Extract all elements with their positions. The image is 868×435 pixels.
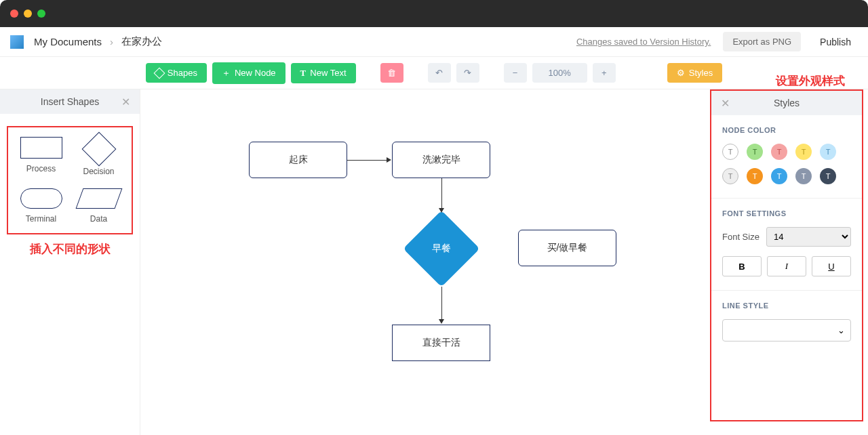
color-swatch[interactable]: T <box>795 144 812 160</box>
shape-decision[interactable]: Decision <box>70 137 127 176</box>
toolbar: Shapes ＋New Node TNew Text 🗑 ↶ ↷ − 100% … <box>0 57 868 89</box>
arrow-icon <box>387 157 391 163</box>
insert-shapes-panel: Insert Shapes ✕ Process Decision Termina… <box>0 89 140 435</box>
left-panel-header: Insert Shapes ✕ <box>0 89 140 114</box>
section-heading: FONT SETTINGS <box>722 209 851 218</box>
new-node-button[interactable]: ＋New Node <box>212 62 285 84</box>
close-icon[interactable]: ✕ <box>721 97 730 110</box>
shape-data[interactable]: Data <box>70 188 127 224</box>
section-heading: NODE COLOR <box>722 126 851 134</box>
underline-button[interactable]: U <box>812 256 851 276</box>
close-dot[interactable] <box>10 9 18 18</box>
max-dot[interactable] <box>37 9 45 18</box>
node-breakfast[interactable]: 早餐 <box>403 210 479 287</box>
color-swatches: TTTTTTTTTT <box>722 144 851 184</box>
breadcrumb-root[interactable]: My Documents <box>34 36 102 47</box>
line-style-select[interactable]: ⌄ <box>722 319 851 341</box>
plus-icon: ＋ <box>222 67 231 79</box>
diamond-icon <box>153 67 165 79</box>
chevron-right-icon: › <box>110 36 113 47</box>
node-make[interactable]: 买/做早餐 <box>518 230 616 266</box>
close-icon[interactable]: ✕ <box>121 96 130 108</box>
node-wash[interactable]: 洗漱完毕 <box>392 142 490 178</box>
color-swatch[interactable]: T <box>795 168 812 184</box>
export-png-button[interactable]: Export as PNG <box>723 32 801 51</box>
node-wake[interactable]: 起床 <box>249 142 347 178</box>
canvas[interactable]: 起床 洗漱完毕 早餐 买/做早餐 直接干活 <box>140 89 709 435</box>
color-swatch[interactable]: T <box>771 144 787 160</box>
color-swatch[interactable]: T <box>820 168 836 184</box>
annotation-right: 设置外观样式 <box>776 73 845 89</box>
gear-icon: ⚙ <box>677 68 685 78</box>
color-swatch[interactable]: T <box>771 168 787 184</box>
version-history-link[interactable]: Changes saved to Version History. <box>576 37 711 47</box>
zoom-out-button[interactable]: − <box>504 63 527 83</box>
annotation-left: 插入不同的形状 <box>0 241 140 257</box>
arrow-icon <box>439 208 444 213</box>
breadcrumb-current[interactable]: 在家办公 <box>121 35 162 48</box>
line-style-section: LINE STYLE ⌄ <box>711 291 862 355</box>
undo-icon: ↶ <box>435 68 443 78</box>
font-size-label: Font Size <box>722 232 760 242</box>
shapes-button[interactable]: Shapes <box>146 63 207 83</box>
edge <box>441 178 442 209</box>
color-swatch[interactable]: T <box>747 144 763 160</box>
undo-button[interactable]: ↶ <box>428 63 451 83</box>
arrow-icon <box>439 319 444 324</box>
styles-panel: ✕ Styles NODE COLOR TTTTTTTTTT FONT SETT… <box>710 89 863 421</box>
edge <box>347 160 388 161</box>
zoom-in-button[interactable]: + <box>593 63 616 83</box>
trash-icon: 🗑 <box>387 68 396 78</box>
new-text-button[interactable]: TNew Text <box>291 63 356 83</box>
breadcrumb: My Documents › 在家办公 <box>34 35 162 48</box>
text-icon: T <box>300 68 307 79</box>
header: My Documents › 在家办公 Changes saved to Ver… <box>0 27 868 57</box>
shape-process[interactable]: Process <box>12 137 70 176</box>
app-logo <box>10 35 24 49</box>
zoom-value: 100% <box>532 63 587 83</box>
node-color-section: NODE COLOR TTTTTTTTTT <box>711 115 862 199</box>
node-work[interactable]: 直接干活 <box>392 325 490 361</box>
mac-titlebar <box>0 0 868 27</box>
left-panel-title: Insert Shapes <box>41 96 99 107</box>
section-heading: LINE STYLE <box>722 302 851 310</box>
right-panel-header: ✕ Styles <box>711 91 862 115</box>
font-size-select[interactable]: 14 <box>766 227 851 247</box>
edge <box>441 287 442 320</box>
shape-terminal[interactable]: Terminal <box>12 188 70 224</box>
color-swatch[interactable]: T <box>722 144 738 160</box>
italic-button[interactable]: I <box>767 256 806 276</box>
color-swatch[interactable]: T <box>820 144 836 160</box>
publish-button[interactable]: Publish <box>813 32 858 52</box>
delete-button[interactable]: 🗑 <box>380 63 403 83</box>
color-swatch[interactable]: T <box>747 168 763 184</box>
shapes-grid: Process Decision Terminal Data <box>7 126 133 234</box>
bold-button[interactable]: B <box>722 256 762 276</box>
redo-button[interactable]: ↷ <box>456 63 479 83</box>
chevron-down-icon: ⌄ <box>837 325 845 335</box>
color-swatch[interactable]: T <box>722 168 738 184</box>
right-panel-title: Styles <box>774 98 800 108</box>
styles-button[interactable]: ⚙Styles <box>667 63 722 83</box>
min-dot[interactable] <box>24 9 32 18</box>
font-settings-section: FONT SETTINGS Font Size 14 B I U <box>711 199 862 291</box>
redo-icon: ↷ <box>464 68 471 78</box>
